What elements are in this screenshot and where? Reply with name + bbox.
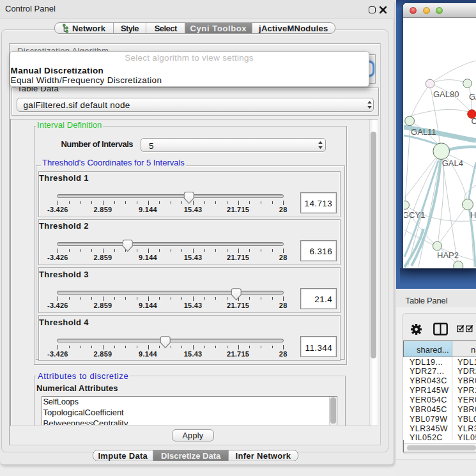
svg-text:GAL4: GAL4 xyxy=(442,158,463,168)
svg-text:H: H xyxy=(470,210,476,220)
svg-text:GA: GA xyxy=(469,92,476,102)
svg-text:GCY1: GCY1 xyxy=(404,210,425,220)
svg-text:GAL80: GAL80 xyxy=(433,89,459,99)
svg-text:HAP2: HAP2 xyxy=(437,250,459,260)
svg-text:GAL11: GAL11 xyxy=(411,127,436,137)
svg-text:C: C xyxy=(472,116,476,126)
